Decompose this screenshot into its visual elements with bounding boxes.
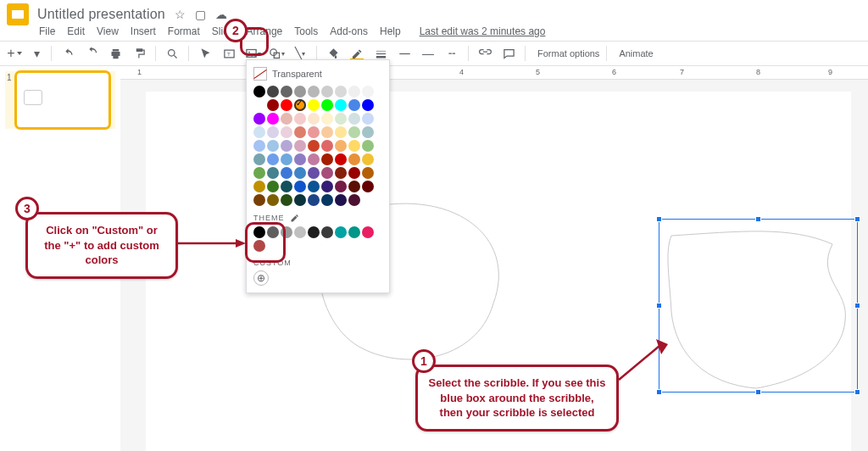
color-swatch[interactable]: [253, 86, 265, 97]
color-swatch[interactable]: [348, 194, 360, 206]
color-swatch[interactable]: [308, 99, 320, 111]
color-swatch[interactable]: [308, 167, 320, 179]
color-swatch[interactable]: [253, 194, 265, 206]
color-swatch[interactable]: [253, 126, 265, 138]
print-button[interactable]: [106, 44, 125, 63]
color-swatch[interactable]: [321, 181, 333, 192]
color-swatch[interactable]: [281, 86, 292, 97]
color-swatch[interactable]: [335, 86, 347, 97]
redo-button[interactable]: [82, 44, 101, 63]
color-swatch[interactable]: [335, 126, 347, 138]
doc-title[interactable]: Untitled presentation: [37, 7, 165, 22]
color-swatch[interactable]: [321, 226, 333, 238]
color-swatch[interactable]: [362, 181, 374, 192]
color-swatch[interactable]: [362, 126, 374, 138]
color-swatch[interactable]: [294, 153, 306, 165]
slide-thumbnail-1[interactable]: [17, 73, 108, 127]
color-swatch[interactable]: [348, 226, 360, 238]
color-swatch[interactable]: [294, 86, 306, 97]
edit-theme-icon[interactable]: [290, 213, 300, 223]
color-swatch[interactable]: [321, 194, 333, 206]
color-swatch[interactable]: [308, 86, 320, 97]
color-swatch[interactable]: [335, 140, 347, 152]
new-slide-caret[interactable]: ▾: [29, 44, 44, 63]
color-swatch[interactable]: [267, 153, 279, 165]
transparent-row[interactable]: Transparent: [253, 67, 382, 81]
color-swatch[interactable]: [335, 99, 347, 111]
color-swatch[interactable]: [362, 86, 374, 97]
textbox-tool[interactable]: T: [220, 44, 238, 63]
color-swatch[interactable]: [253, 99, 265, 111]
color-swatch[interactable]: [308, 181, 320, 192]
selection-box[interactable]: [659, 219, 858, 393]
color-swatch[interactable]: [362, 99, 374, 111]
menu-tools[interactable]: Tools: [294, 25, 318, 37]
chevron-down-icon[interactable]: [17, 52, 22, 55]
color-swatch[interactable]: [253, 140, 265, 152]
color-swatch[interactable]: [281, 113, 292, 125]
undo-button[interactable]: [58, 44, 77, 63]
color-swatch[interactable]: [348, 140, 360, 152]
color-swatch[interactable]: [348, 167, 360, 179]
paint-format-button[interactable]: [130, 44, 148, 63]
resize-handle[interactable]: [854, 389, 860, 395]
color-swatch[interactable]: [362, 226, 374, 238]
color-swatch[interactable]: [321, 86, 333, 97]
color-swatch[interactable]: [294, 140, 306, 152]
color-swatch[interactable]: [294, 126, 306, 138]
color-swatch[interactable]: [321, 126, 333, 138]
resize-handle[interactable]: [854, 216, 860, 222]
line-solid-button[interactable]: —: [419, 44, 437, 63]
color-swatch[interactable]: [308, 226, 320, 238]
color-swatch[interactable]: [335, 153, 347, 165]
color-swatch[interactable]: [348, 113, 360, 125]
color-swatch[interactable]: [267, 86, 279, 97]
color-swatch[interactable]: [253, 153, 265, 165]
color-swatch[interactable]: [294, 167, 306, 179]
color-swatch[interactable]: [308, 153, 320, 165]
color-swatch[interactable]: [294, 113, 306, 125]
menu-edit[interactable]: Edit: [67, 25, 85, 37]
color-swatch[interactable]: [267, 194, 279, 206]
color-swatch[interactable]: [281, 140, 292, 152]
menu-file[interactable]: File: [39, 25, 55, 37]
color-swatch[interactable]: [281, 153, 292, 165]
color-swatch[interactable]: [267, 167, 279, 179]
line-dashed-button[interactable]: ╌: [442, 44, 461, 63]
color-swatch[interactable]: [281, 126, 292, 138]
menu-insert[interactable]: Insert: [131, 25, 156, 37]
resize-handle[interactable]: [755, 389, 761, 395]
add-custom-color-button[interactable]: ⊕: [253, 270, 269, 286]
border-dash-button[interactable]: [395, 44, 414, 63]
color-swatch[interactable]: [335, 167, 347, 179]
color-swatch[interactable]: [267, 140, 279, 152]
color-swatch[interactable]: [321, 140, 333, 152]
color-swatch[interactable]: [348, 126, 360, 138]
color-swatch[interactable]: [348, 153, 360, 165]
last-edit-link[interactable]: Last edit was 2 minutes ago: [420, 25, 546, 37]
resize-handle[interactable]: [656, 216, 662, 222]
zoom-button[interactable]: [163, 44, 181, 63]
color-swatch[interactable]: [308, 113, 320, 125]
color-swatch[interactable]: [294, 194, 306, 206]
star-icon[interactable]: ☆: [174, 8, 187, 21]
color-swatch[interactable]: [335, 113, 347, 125]
color-swatch[interactable]: [348, 86, 360, 97]
color-swatch[interactable]: [362, 140, 374, 152]
select-tool[interactable]: [196, 44, 214, 63]
color-swatch[interactable]: [335, 181, 347, 192]
animate-link[interactable]: Animate: [619, 48, 653, 58]
menu-addons[interactable]: Add-ons: [330, 25, 368, 37]
color-swatch[interactable]: [294, 226, 306, 238]
slides-logo[interactable]: [7, 3, 29, 25]
resize-handle[interactable]: [656, 389, 662, 395]
color-swatch[interactable]: [308, 140, 320, 152]
color-swatch[interactable]: [281, 167, 292, 179]
color-swatch[interactable]: [294, 99, 306, 111]
menu-format[interactable]: Format: [168, 25, 200, 37]
color-swatch[interactable]: [253, 181, 265, 192]
comment-button[interactable]: [499, 44, 518, 63]
menu-help[interactable]: Help: [380, 25, 401, 37]
color-swatch[interactable]: [362, 167, 374, 179]
resize-handle[interactable]: [755, 216, 761, 222]
